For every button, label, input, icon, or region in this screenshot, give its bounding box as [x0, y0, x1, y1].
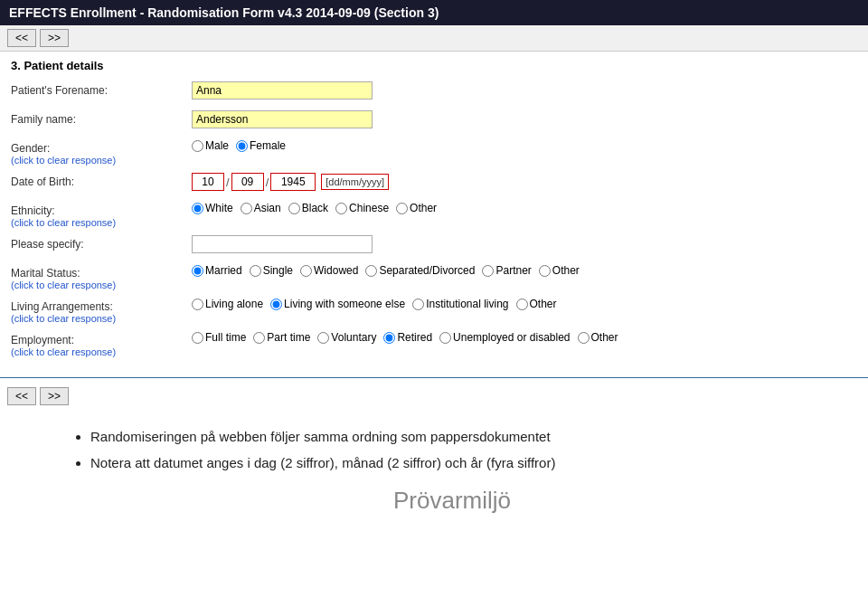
- marital-widowed-option[interactable]: Widowed: [300, 264, 358, 277]
- dob-label: Date of Birth:: [11, 175, 74, 188]
- prev-button-top[interactable]: <<: [7, 29, 36, 47]
- marital-partner-label: Partner: [495, 264, 531, 277]
- employment-other-radio[interactable]: [578, 332, 590, 344]
- next-button-top[interactable]: >>: [40, 29, 69, 47]
- living-field-col: Living alone Living with someone else In…: [192, 298, 857, 310]
- marital-partner-radio[interactable]: [482, 265, 494, 277]
- family-name-input[interactable]: [192, 110, 373, 128]
- ethnicity-asian-option[interactable]: Asian: [241, 202, 281, 214]
- marital-separated-option[interactable]: Separated/Divorced: [365, 264, 475, 277]
- employment-fulltime-radio[interactable]: [192, 332, 203, 344]
- specify-field-col: [192, 235, 857, 253]
- employment-retired-label: Retired: [397, 331, 432, 344]
- employment-unemployed-label: Unemployed or disabled: [453, 331, 570, 344]
- marital-single-radio[interactable]: [250, 265, 261, 277]
- gender-female-label: Female: [250, 139, 286, 152]
- employment-unemployed-option[interactable]: Unemployed or disabled: [439, 331, 570, 344]
- gender-field-col: Male Female: [192, 139, 857, 152]
- forename-input[interactable]: [192, 81, 373, 100]
- ethnicity-label: Ethnicity:: [11, 204, 55, 217]
- marital-field-col: Married Single Widowed Separated/Divorce…: [192, 264, 857, 277]
- employment-parttime-label: Part time: [267, 331, 310, 344]
- gender-female-option[interactable]: Female: [236, 139, 286, 152]
- employment-parttime-option[interactable]: Part time: [253, 331, 310, 344]
- employment-clear-link[interactable]: (click to clear response): [11, 346, 192, 357]
- marital-widowed-radio[interactable]: [300, 265, 312, 277]
- employment-fulltime-option[interactable]: Full time: [192, 331, 246, 344]
- living-alone-option[interactable]: Living alone: [192, 298, 263, 310]
- dob-year-input[interactable]: [270, 173, 316, 191]
- ethnicity-black-option[interactable]: Black: [288, 202, 328, 214]
- living-label: Living Arrangements:: [11, 300, 113, 313]
- marital-other-label: Other: [552, 264, 580, 277]
- forename-label: Patient's Forename:: [11, 84, 108, 97]
- marital-single-label: Single: [263, 264, 293, 277]
- content-area: Randomiseringen på webben följer samma o…: [0, 409, 868, 524]
- gender-male-label: Male: [205, 139, 229, 152]
- employment-other-option[interactable]: Other: [578, 331, 618, 344]
- ethnicity-field-col: White Asian Black Chinese Other: [192, 202, 857, 214]
- ethnicity-asian-radio[interactable]: [241, 203, 252, 214]
- page-title: EFFECTS Enrollment - Randomisation Form …: [0, 0, 868, 25]
- marital-separated-label: Separated/Divorced: [379, 264, 475, 277]
- living-other-radio[interactable]: [516, 299, 528, 310]
- ethnicity-white-radio[interactable]: [192, 203, 203, 214]
- prev-button-bottom[interactable]: <<: [7, 387, 36, 405]
- footer-title: Prövarmiljö: [72, 487, 832, 515]
- form-section: 3. Patient details Patient's Forename: F…: [0, 52, 868, 372]
- gender-male-radio[interactable]: [192, 140, 203, 152]
- ethnicity-clear-link[interactable]: (click to clear response): [11, 217, 192, 228]
- gender-female-radio[interactable]: [236, 140, 248, 152]
- marital-partner-option[interactable]: Partner: [482, 264, 531, 277]
- employment-retired-radio[interactable]: [383, 332, 395, 344]
- marital-widowed-label: Widowed: [314, 264, 358, 277]
- employment-other-label: Other: [591, 331, 618, 344]
- employment-retired-option[interactable]: Retired: [383, 331, 432, 344]
- employment-voluntary-option[interactable]: Voluntary: [317, 331, 376, 344]
- living-row: Living Arrangements: (click to clear res…: [11, 298, 857, 324]
- ethnicity-other-option[interactable]: Other: [396, 202, 437, 214]
- employment-parttime-radio[interactable]: [253, 332, 265, 344]
- gender-clear-link[interactable]: (click to clear response): [11, 155, 192, 166]
- employment-unemployed-radio[interactable]: [439, 332, 451, 344]
- dob-day-input[interactable]: [192, 173, 224, 191]
- ethnicity-chinese-option[interactable]: Chinese: [335, 202, 389, 214]
- date-sep-2: /: [266, 175, 269, 189]
- marital-other-option[interactable]: Other: [539, 264, 580, 277]
- marital-label: Marital Status:: [11, 267, 80, 280]
- employment-voluntary-radio[interactable]: [317, 332, 329, 344]
- specify-input[interactable]: [192, 235, 373, 253]
- date-sep-1: /: [226, 175, 230, 189]
- marital-single-option[interactable]: Single: [250, 264, 293, 277]
- dob-field-col: / / [dd/mm/yyyy]: [192, 173, 857, 191]
- family-name-field-col: [192, 110, 857, 128]
- dob-month-input[interactable]: [231, 173, 264, 191]
- living-with-someone-option[interactable]: Living with someone else: [270, 298, 405, 310]
- ethnicity-other-radio[interactable]: [396, 203, 408, 214]
- living-other-label: Other: [530, 298, 557, 310]
- marital-married-radio[interactable]: [192, 265, 203, 277]
- living-alone-radio[interactable]: [192, 299, 203, 310]
- employment-field-col: Full time Part time Voluntary Retired Un…: [192, 331, 857, 344]
- living-other-option[interactable]: Other: [516, 298, 557, 310]
- living-with-someone-label: Living with someone else: [284, 298, 405, 310]
- ethnicity-chinese-label: Chinese: [349, 202, 389, 214]
- gender-row: Gender: (click to clear response) Male F…: [11, 139, 857, 166]
- ethnicity-chinese-radio[interactable]: [335, 203, 347, 214]
- ethnicity-black-radio[interactable]: [288, 203, 300, 214]
- gender-male-option[interactable]: Male: [192, 139, 229, 152]
- ethnicity-white-option[interactable]: White: [192, 202, 233, 214]
- bullet-item-2: Notera att datumet anges i dag (2 siffro…: [90, 453, 832, 472]
- marital-separated-radio[interactable]: [365, 265, 377, 277]
- living-institutional-option[interactable]: Institutional living: [412, 298, 508, 310]
- employment-label: Employment:: [11, 334, 74, 346]
- next-button-bottom[interactable]: >>: [40, 387, 69, 405]
- living-clear-link[interactable]: (click to clear response): [11, 313, 192, 324]
- marital-clear-link[interactable]: (click to clear response): [11, 280, 192, 290]
- family-name-label: Family name:: [11, 113, 76, 126]
- specify-row: Please specify:: [11, 235, 857, 257]
- living-with-someone-radio[interactable]: [270, 299, 282, 310]
- marital-married-option[interactable]: Married: [192, 264, 242, 277]
- marital-other-radio[interactable]: [539, 265, 551, 277]
- living-institutional-radio[interactable]: [412, 299, 424, 310]
